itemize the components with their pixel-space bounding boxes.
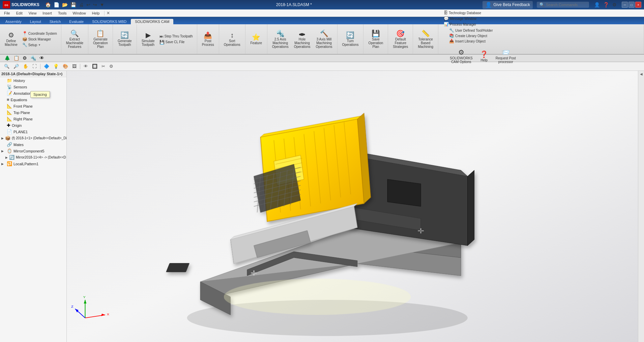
view-settings-icon[interactable]: ⚙: [108, 63, 115, 69]
ribbon-group-tolerance: 📏 ToleranceBasedMachining: [413, 24, 438, 54]
turn-operations-button[interactable]: 🔄 TurnOperations: [340, 27, 361, 51]
tree-item-right-plane[interactable]: 📐 Right Plane: [0, 116, 66, 122]
tree-item-front-plane[interactable]: 📐 Front Plane: [0, 103, 66, 109]
feature-button[interactable]: ⭐ Feature: [248, 27, 264, 51]
setup-button[interactable]: 🔧 Setup ▼: [21, 42, 58, 48]
settings-icon[interactable]: ⚙: [611, 1, 618, 8]
menu-tools[interactable]: Tools: [55, 10, 69, 16]
hole-machining-button[interactable]: 🕳 HoleMachiningOperations: [292, 27, 313, 51]
stock-manager-button[interactable]: 📦 Stock Manager: [21, 36, 58, 42]
property-manager-icon[interactable]: 📋: [12, 55, 20, 61]
viewport[interactable]: ✛ ✛: [67, 71, 638, 342]
3-axis-mill-button[interactable]: 🔨 3 Axis MillMachiningOperations: [314, 27, 334, 51]
cam-manager-icon[interactable]: 🔩: [29, 55, 37, 61]
default-feature-strategies-button[interactable]: 🎯 DefaultFeatureStrategies: [391, 27, 410, 51]
view-pan-icon[interactable]: ✋: [22, 63, 30, 69]
menu-file[interactable]: File: [1, 10, 13, 16]
feature-tree-icon[interactable]: 🌲: [3, 55, 11, 61]
generate-toolpath-button[interactable]: 🔄 GenerateToolpath: [116, 27, 134, 51]
tab-sketch[interactable]: Sketch: [46, 19, 65, 24]
extract-machinable-features-button[interactable]: 🔍 ExtractMachinableFeatures: [64, 27, 85, 51]
new-button[interactable]: 📄: [53, 1, 60, 8]
create-library-button[interactable]: 📚 Create Library Object: [448, 33, 494, 38]
view-scene-icon[interactable]: 🖼: [71, 63, 78, 69]
close-tab-icon[interactable]: ×: [107, 10, 110, 16]
user-defined-tool-button[interactable]: 🔧 User Defined Tool/Holder: [448, 28, 494, 33]
tree-item-top-plane[interactable]: 📐 Top Plane: [0, 109, 66, 116]
beta-feedback-area[interactable]: 👤 Give Beta Feedback: [482, 1, 533, 9]
view-3d-icon[interactable]: 🔷: [42, 63, 51, 69]
menu-window[interactable]: Window: [70, 10, 89, 16]
tab-solidworks-mbd[interactable]: SOLIDWORKS MBD: [88, 19, 130, 24]
view-zoom-icon[interactable]: 🔍: [3, 63, 11, 69]
step-thru-toolpath-button[interactable]: ⏭ Step Thru Toolpath: [158, 34, 194, 39]
view-hidden-lines-icon[interactable]: 👁: [82, 63, 89, 69]
tolerance-based-machining-button[interactable]: 📏 ToleranceBasedMachining: [416, 27, 435, 51]
close-button[interactable]: ×: [635, 2, 641, 8]
generate-operation-plan-button[interactable]: 📋 GenerateOperationPlan: [91, 27, 110, 51]
request-post-processor-button[interactable]: 📨 Request Postprocessor: [494, 45, 518, 68]
right-panel-collapse-icon[interactable]: ◀: [639, 72, 643, 76]
tab-solidworks-cam[interactable]: SOLIDWORKS CAM: [131, 19, 173, 24]
help-button[interactable]: ❓ Help: [476, 45, 492, 68]
minimize-button[interactable]: ─: [622, 2, 628, 8]
view-fit-icon[interactable]: ⛶: [31, 63, 38, 69]
help-icon[interactable]: ❓: [602, 1, 610, 8]
search-input[interactable]: [546, 3, 586, 7]
save-button[interactable]: 💾: [69, 1, 77, 8]
insert-library-button[interactable]: 📥 Insert Library Object: [448, 38, 494, 44]
tree-item-2018-1[interactable]: ▶ 📦 (f) 2018-1<1> (Default<<Default>_Dis: [0, 135, 66, 141]
define-machine-button[interactable]: ⚙ DefineMachine: [3, 27, 20, 51]
tree-item-plane1[interactable]: 📄 PLANE1: [0, 129, 66, 135]
25-axis-machining-button[interactable]: 🔩 2.5 AxisMachiningOperations: [270, 27, 291, 51]
menu-edit[interactable]: Edit: [13, 10, 25, 16]
tab-assembly[interactable]: Assembly: [1, 19, 26, 24]
title-bar: DS SOLIDWORKS 🏠 📄 📂 💾 🖨 ↩ ↪ ▼ 2018-1A.SL…: [0, 0, 644, 9]
tree-item-history[interactable]: 📁 History: [0, 77, 66, 84]
coordinate-system-button[interactable]: 📍 Coordinate System: [21, 31, 58, 36]
setup-dropdown-icon[interactable]: ▼: [38, 44, 41, 47]
save-operation-plan-button[interactable]: 💾 SaveOperationPlan: [366, 27, 385, 51]
technology-database-button[interactable]: 🗄 Technology Database: [442, 10, 482, 16]
view-rotate-icon[interactable]: 🔎: [12, 63, 20, 69]
menu-help[interactable]: Help: [89, 10, 103, 16]
search-area[interactable]: 🔍: [537, 2, 589, 8]
tree-item-mirror-component5[interactable]: ▶ 🪞 MirrorComponent5: [0, 148, 66, 154]
view-material-icon[interactable]: 🎨: [61, 63, 69, 69]
menu-insert[interactable]: Insert: [40, 10, 55, 16]
print-button[interactable]: 🖨: [78, 1, 85, 8]
tree-item-mates[interactable]: 🔗 Mates: [0, 141, 66, 148]
menu-view[interactable]: View: [26, 10, 39, 16]
display-state-icon[interactable]: 👁: [38, 55, 45, 61]
config-manager-icon[interactable]: ⚙: [22, 55, 28, 61]
simulate-toolpath-button[interactable]: ▶ SimulateToolpath: [140, 27, 157, 51]
open-button[interactable]: 📂: [61, 1, 69, 8]
tree-item-local-pattern1[interactable]: ▶ 🔁 LocalLPattern1: [0, 161, 66, 167]
right-plane-label: Right Plane: [13, 117, 33, 121]
tab-bar: 🌲 📋 ⚙ 🔩 👁: [0, 55, 644, 62]
tree-item-mirror2018[interactable]: ▶ 🔄 Mirror2018-11<4> -> (Default<<D: [0, 154, 66, 161]
view-light-icon[interactable]: 💡: [52, 63, 60, 69]
tab-layout[interactable]: Layout: [26, 19, 45, 24]
post-process-button[interactable]: 📤 PostProcess: [200, 27, 216, 51]
save-cl-file-button[interactable]: 💾 Save CL File: [158, 39, 194, 45]
maximize-button[interactable]: □: [628, 2, 635, 8]
home-button[interactable]: 🏠: [44, 1, 52, 8]
view-shaded-icon[interactable]: 🔲: [91, 63, 99, 69]
annotations-icon: 📝: [7, 91, 12, 96]
process-manager-button[interactable]: 📊 Process Manager: [442, 22, 482, 27]
message-window-button[interactable]: 💬 Message Window: [442, 16, 482, 21]
account-icon[interactable]: 👤: [593, 1, 601, 8]
tree-item-sensors[interactable]: 📡 Sensors: [0, 84, 66, 90]
redo-button[interactable]: ↪: [92, 1, 98, 8]
view-section-icon[interactable]: ✂: [100, 63, 107, 69]
mirror5-label: MirrorComponent5: [13, 149, 45, 153]
ribbon-group-mill-ops: 🔩 2.5 AxisMachiningOperations 🕳 HoleMach…: [267, 24, 338, 54]
tab-evaluate[interactable]: Evaluate: [65, 19, 88, 24]
options-button[interactable]: ▼: [99, 1, 106, 8]
solidworks-cam-options-button[interactable]: ⚙ SOLIDWORKSCAM Options: [448, 45, 475, 68]
tree-item-origin[interactable]: ✚ Origin: [0, 122, 66, 129]
left-panel-resize-handle[interactable]: [0, 339, 67, 342]
undo-button[interactable]: ↩: [85, 1, 91, 8]
sort-operations-button[interactable]: ↕ SortOperations: [222, 27, 242, 51]
